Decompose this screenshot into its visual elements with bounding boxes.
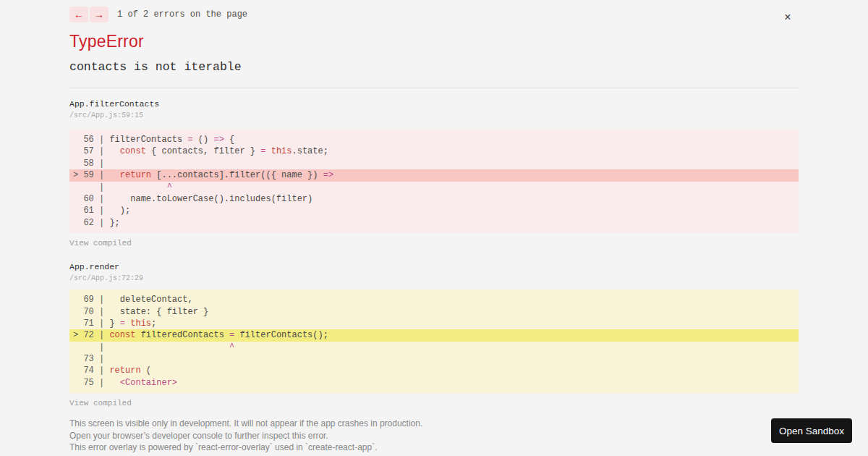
line-number: 58 | [73,159,109,169]
code-token: const [109,330,135,340]
code-token: return [109,366,140,376]
code-line: 75 | <Container> [69,377,799,389]
frame-function-name: App.filterContacts [69,99,799,109]
code-line: 70 | state: { filter } [69,306,799,318]
next-error-button[interactable]: → [90,7,109,22]
arrow-left-icon: ← [74,9,84,20]
code-line: 60 | name.toLowerCase().includes(filter) [69,193,799,205]
react-error-overlay: ← → 1 of 2 errors on the page TypeError … [0,0,868,456]
overlay-content: ← → 1 of 2 errors on the page TypeError … [69,0,799,454]
code-token [265,146,271,156]
code-token: ^ [167,182,172,193]
footer-note-dev: This screen is visible only in developme… [69,418,799,430]
code-token [109,146,119,156]
footer-note-powered-by: This error overlay is powered by `react-… [69,442,799,454]
code-token: () [193,135,214,145]
view-compiled-link[interactable]: View compiled [69,399,132,408]
stack-frames: App.filterContacts/src/App.js:59:15 56 |… [69,99,799,408]
code-token: ); [109,206,130,216]
code-line: 56 | filterContacts = () => { [69,134,799,145]
code-token: filterContacts(); [234,330,328,340]
code-token: => [323,170,333,180]
code-token [109,182,166,193]
view-compiled-link[interactable]: View compiled [69,239,132,248]
error-nav-header: ← → 1 of 2 errors on the page [69,7,799,22]
code-token: const [120,146,146,156]
line-number: > 72 | [73,330,109,340]
line-number: 75 | [73,378,109,388]
line-number: | [73,182,109,193]
code-token [109,170,119,180]
stack-frame: App.filterContacts/src/App.js:59:15 56 |… [69,99,799,248]
code-line: 74 | return ( [69,365,799,376]
code-token: deleteContact, [109,295,192,305]
line-number: 56 | [73,135,109,145]
line-number: 74 | [73,366,109,376]
line-number: 73 | [73,354,109,364]
close-icon: × [784,11,791,23]
frame-source-location: /src/App.js:72:29 [69,274,799,283]
code-token: [...contacts].filter(({ name }) [151,170,323,180]
code-token: = [120,318,125,329]
open-sandbox-button[interactable]: Open Sandbox [771,418,852,443]
code-token: { [224,135,234,145]
frame-source-location: /src/App.js:59:15 [69,111,799,120]
code-token: = [187,135,192,145]
code-line: 73 | [69,353,799,365]
line-number: > 59 | [73,170,109,180]
code-line: | ^ [69,182,799,193]
error-counter: 1 of 2 errors on the page [117,9,247,20]
line-number: 61 | [73,206,109,216]
code-line: 69 | deleteContact, [69,294,799,305]
code-snippet: 69 | deleteContact, 70 | state: { filter… [69,290,799,393]
code-token: { contacts, filter } [146,146,260,156]
code-token: .state; [292,146,328,156]
line-number: 71 | [73,318,109,329]
error-type-title: TypeError [69,33,799,51]
line-number: 60 | [73,194,109,204]
code-token: this [271,146,292,156]
line-number: 62 | [73,218,109,228]
footer-notes: This screen is visible only in developme… [69,418,799,454]
line-number: | [73,342,109,352]
code-token: state: { filter } [109,307,208,317]
code-line: > 59 | return [...contacts].filter(({ na… [69,169,799,181]
frame-function-name: App.render [69,262,799,272]
code-line: 71 | } = this; [69,318,799,329]
code-token: ( [141,366,151,376]
line-number: 70 | [73,307,109,317]
code-token: this [130,318,151,329]
arrow-right-icon: → [94,9,104,20]
code-line: 58 | [69,158,799,169]
code-token: } [109,318,119,329]
prev-error-button[interactable]: ← [69,7,88,22]
code-token: }; [109,218,119,228]
divider [69,88,799,88]
close-button[interactable]: × [780,9,796,25]
code-token [109,342,229,352]
line-number: 69 | [73,295,109,305]
code-line: > 72 | const filteredContacts = filterCo… [69,329,799,341]
code-token: name.toLowerCase().includes(filter) [109,194,312,204]
code-token: ^ [229,342,234,352]
code-line: 57 | const { contacts, filter } = this.s… [69,145,799,157]
error-message: contacts is not iterable [69,62,799,73]
footer-note-console: Open your browser’s developer console to… [69,430,799,442]
code-token: filteredContacts [135,330,229,340]
code-token: <Container> [120,378,177,388]
code-line: 62 | }; [69,217,799,229]
line-number: 57 | [73,146,109,156]
code-token [109,378,119,388]
code-line: | ^ [69,342,799,353]
code-token: filterContacts [109,135,187,145]
code-line: 61 | ); [69,205,799,216]
code-token: ; [151,318,156,329]
stack-frame: App.render/src/App.js:72:29 69 | deleteC… [69,262,799,408]
code-token: => [213,135,224,145]
code-snippet: 56 | filterContacts = () => { 57 | const… [69,130,799,233]
code-token: return [120,170,151,180]
